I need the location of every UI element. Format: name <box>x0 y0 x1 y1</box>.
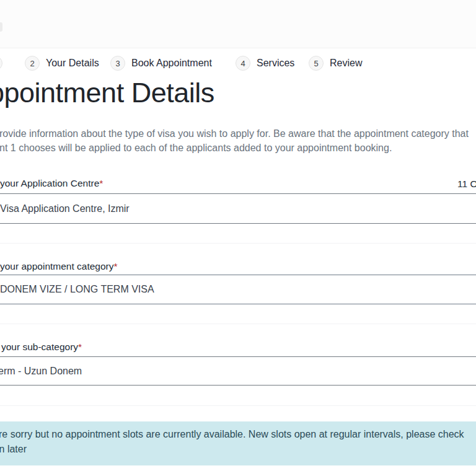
application-centre-value: Visa Application Centre, Izmir <box>0 203 130 214</box>
appointment-category-label-text: your appointment category <box>0 261 114 271</box>
step-5-number: 5 <box>314 59 318 68</box>
intro-text-line-2: nt 1 chooses will be applied to each of … <box>0 143 392 154</box>
divider <box>0 243 476 244</box>
alert-text-line-1: re sorry but no appointment slots are cu… <box>0 429 464 440</box>
required-asterisk: * <box>78 342 82 352</box>
application-centre-label: your Application Centre* <box>0 178 103 189</box>
label-row-right-text: 11 O <box>457 178 476 190</box>
stepper-step-5-circle[interactable]: 5 <box>309 56 324 71</box>
step-4-number: 4 <box>240 59 245 68</box>
required-asterisk: * <box>114 261 118 271</box>
alert-text-line-2: in later <box>0 444 27 455</box>
step-2-number: 2 <box>30 59 34 68</box>
sub-category-label: your sub-category* <box>1 342 82 353</box>
stepper-step-4-circle[interactable]: 4 <box>236 56 250 71</box>
divider <box>0 405 476 406</box>
required-asterisk: * <box>99 178 103 188</box>
logo-partial-icon <box>0 22 2 32</box>
stepper-step-2-circle[interactable]: 2 <box>25 56 40 71</box>
appointment-details-page: 2 Your Details 3 Book Appointment 4 Serv… <box>0 0 476 476</box>
page-title: ppointment Details <box>0 77 214 109</box>
stepper-step-4-label[interactable]: Services <box>257 58 294 69</box>
stepper-step-5-label[interactable]: Review <box>330 58 362 69</box>
stepper-step-3-label[interactable]: Book Appointment <box>131 58 212 69</box>
appointment-category-label: your appointment category* <box>0 261 118 272</box>
application-centre-select[interactable]: Visa Application Centre, Izmir <box>0 193 476 224</box>
divider <box>0 324 476 324</box>
sub-category-select[interactable]: Term - Uzun Donem <box>0 356 476 386</box>
appointment-category-value: DONEM VIZE / LONG TERM VISA <box>0 284 154 295</box>
stepper-step-2-label[interactable]: Your Details <box>46 58 99 69</box>
appointment-category-select[interactable]: DONEM VIZE / LONG TERM VISA <box>0 275 476 304</box>
application-centre-label-text: your Application Centre <box>0 178 99 188</box>
sub-category-label-text: your sub-category <box>1 342 78 352</box>
top-header-band <box>0 0 476 48</box>
sub-category-value: Term - Uzun Donem <box>0 366 82 377</box>
stepper-step-3-circle[interactable]: 3 <box>110 56 125 71</box>
step-3-number: 3 <box>115 59 120 68</box>
intro-text-line-1: rovide information about the type of vis… <box>0 128 469 139</box>
stepper-step-1-partial[interactable] <box>0 56 2 71</box>
no-slots-alert: re sorry but no appointment slots are cu… <box>0 421 476 465</box>
